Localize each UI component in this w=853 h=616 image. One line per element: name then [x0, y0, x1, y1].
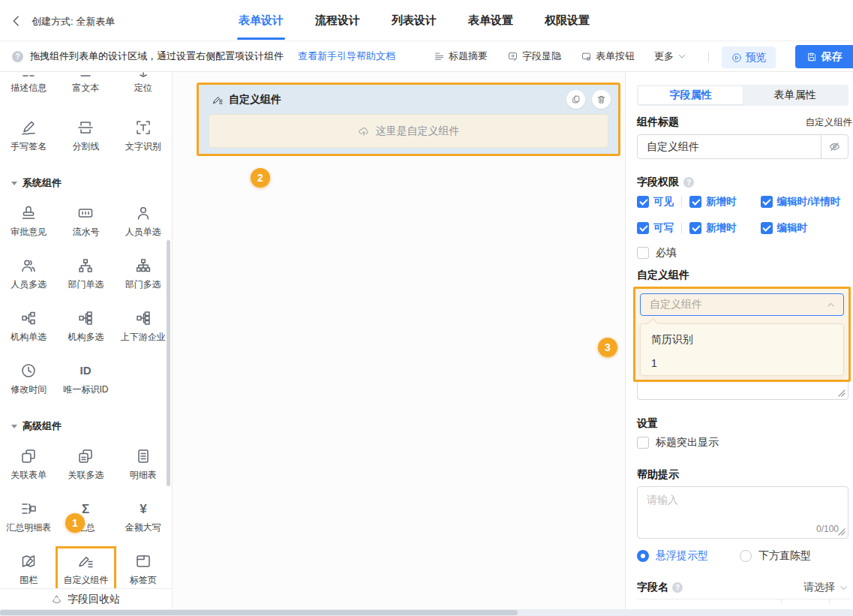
dropdown-option-简历识别[interactable]: 简历识别: [651, 333, 693, 347]
toolbar-hint-text: 拖拽组件到表单的设计区域，通过设置右侧配置项设计组件: [30, 50, 284, 63]
clock-icon: [20, 362, 38, 380]
radio-floating-tip[interactable]: 悬浮提示型: [637, 549, 708, 563]
palette-item-富文本[interactable]: 富文本: [57, 72, 114, 108]
palette-item-上下游企业[interactable]: 上下游企业: [115, 305, 172, 357]
palette-item-label: 机构单选: [11, 331, 47, 344]
recycle-label: 字段回收站: [68, 593, 120, 606]
property-tab-表单属性[interactable]: 表单属性: [743, 86, 847, 104]
horizontal-scrollbar-thumb[interactable]: [0, 610, 518, 615]
detail-table-icon: [134, 447, 152, 465]
back-icon[interactable]: [10, 14, 23, 28]
permission-编辑时/详情时[interactable]: 编辑时/详情时: [761, 195, 841, 209]
copy-icon: [571, 95, 581, 104]
radio-below-tip[interactable]: 下方直陈型: [740, 549, 811, 563]
tip-style-radios: 悬浮提示型 下方直陈型: [637, 549, 811, 563]
toolbar-item-更多[interactable]: 更多: [654, 50, 686, 63]
palette-item-修改时间[interactable]: 修改时间: [0, 357, 57, 410]
help-tip-textarea[interactable]: 请输入 0/100: [637, 486, 848, 539]
permission-新增时[interactable]: 新增时: [689, 195, 737, 209]
dropdown-option-1[interactable]: 1: [651, 357, 657, 369]
tab-列表设计[interactable]: 列表设计: [392, 0, 437, 41]
form-design-canvas[interactable]: 自定义组件 这里是自定义组件: [173, 72, 625, 609]
palette-item-机构多选[interactable]: 机构多选: [57, 305, 114, 357]
link-multi-icon: [77, 447, 95, 465]
question-icon: ?: [672, 582, 683, 593]
designer-toolbar: ? 拖拽组件到表单的设计区域，通过设置右侧配置项设计组件 查看新手引导帮助文档 …: [0, 41, 853, 72]
toolbar-separator: [708, 52, 709, 62]
palette-item-文字识别[interactable]: 文字识别: [115, 114, 172, 167]
palette-item-唯一标识ID[interactable]: ID唯一标识ID: [57, 357, 114, 410]
checkbox-checked-icon[interactable]: [761, 222, 773, 234]
palette-item-label: 分割线: [72, 140, 99, 153]
palette-item-label: 金额大写: [125, 521, 161, 534]
checkbox-checked-icon[interactable]: [761, 196, 773, 208]
resize-grip-icon[interactable]: [838, 389, 845, 397]
palette-scrollbar[interactable]: [167, 240, 170, 486]
palette-item-部门多选[interactable]: 部门多选: [115, 252, 172, 305]
palette-item-label: 关联表单: [11, 469, 47, 482]
checkbox-checked-icon[interactable]: [637, 222, 649, 234]
required-checkbox-row[interactable]: 必填: [637, 246, 677, 260]
custom-component-dropzone[interactable]: 这里是自定义组件: [209, 114, 608, 148]
component-title-hint: 自定义组件: [806, 116, 853, 129]
component-title-input[interactable]: 自定义组件: [637, 134, 848, 159]
highlight-title-checkbox[interactable]: [637, 437, 649, 449]
preview-button[interactable]: 预览: [722, 47, 776, 68]
palette-item-定位[interactable]: 定位: [115, 72, 172, 108]
component-title-label: 组件标题: [637, 116, 679, 129]
delete-button[interactable]: [592, 90, 611, 109]
permission-编辑时[interactable]: 编辑时: [761, 221, 808, 235]
checkbox-checked-icon[interactable]: [637, 196, 649, 208]
palette-group-高级组件[interactable]: 高级组件: [0, 410, 172, 443]
palette-item-机构单选[interactable]: 机构单选: [0, 305, 57, 357]
checkbox-checked-icon[interactable]: [689, 222, 701, 234]
required-checkbox[interactable]: [637, 247, 649, 259]
tab-流程设计[interactable]: 流程设计: [315, 0, 360, 41]
toolbar-item-字段显隐[interactable]: 字段显隐: [507, 50, 561, 63]
property-tab-字段属性[interactable]: 字段属性: [638, 86, 743, 104]
id-icon: ID: [77, 362, 95, 380]
palette-item-关联多选[interactable]: 关联多选: [57, 443, 114, 495]
checkbox-checked-icon[interactable]: [689, 196, 701, 208]
field-recycle-bin[interactable]: 字段回收站: [0, 588, 171, 609]
tab-权限设置[interactable]: 权限设置: [545, 0, 590, 41]
help-tip-section-label: 帮助提示: [637, 468, 679, 482]
custom-component-card[interactable]: 自定义组件 这里是自定义组件: [197, 83, 620, 156]
tab-表单设计[interactable]: 表单设计: [239, 0, 284, 41]
preview-label: 预览: [746, 51, 767, 65]
guide-help-link[interactable]: 查看新手引导帮助文档: [298, 50, 395, 63]
toolbar-item-标题摘要[interactable]: 标题摘要: [434, 50, 488, 63]
resize-grip-icon[interactable]: [838, 528, 845, 536]
component-title-value: 自定义组件: [638, 135, 821, 158]
title-visibility-toggle[interactable]: [821, 135, 848, 158]
highlight-title-row[interactable]: 标题突出显示: [637, 436, 719, 449]
palette-item-金额大写[interactable]: ¥金额大写: [115, 495, 172, 548]
permission-可写[interactable]: 可写: [637, 221, 674, 235]
toolbar-item-表单按钮[interactable]: 表单按钮: [581, 50, 635, 63]
permission-新增时[interactable]: 新增时: [689, 221, 737, 235]
palette-item-人员单选[interactable]: 人员单选: [115, 200, 172, 252]
palette-item-人员多选[interactable]: 人员多选: [0, 252, 57, 305]
palette-item-描述信息[interactable]: 描述信息: [0, 72, 57, 108]
palette-item-关联表单[interactable]: 关联表单: [0, 443, 57, 495]
palette-item-label: 审批意见: [11, 226, 47, 239]
chevron-down-icon: [677, 52, 686, 61]
palette-group-系统组件[interactable]: 系统组件: [0, 167, 172, 200]
palette-item-流水号[interactable]: 流水号: [57, 200, 114, 252]
palette-item-手写签名[interactable]: 手写签名: [0, 114, 57, 167]
palette-item-审批意见[interactable]: 审批意见: [0, 200, 57, 252]
palette-item-汇总明细表[interactable]: 汇总明细表: [0, 495, 57, 548]
custom-component-select[interactable]: 自定义组件: [640, 293, 844, 316]
palette-item-部门单选[interactable]: 部门单选: [57, 252, 114, 305]
chevron-up-icon: [826, 300, 836, 310]
copy-button[interactable]: [566, 90, 585, 109]
save-button[interactable]: 保存: [795, 45, 853, 68]
palette-item-分割线[interactable]: 分割线: [57, 114, 114, 167]
save-label: 保存: [821, 50, 842, 64]
tab-表单设置[interactable]: 表单设置: [468, 0, 513, 41]
org-multi-icon: [77, 309, 95, 327]
palette-item-明细表[interactable]: 明细表: [115, 443, 172, 495]
permission-可见[interactable]: 可见: [637, 195, 674, 209]
field-name-select[interactable]: 请选择: [803, 581, 848, 594]
radio-off-icon: [740, 550, 752, 562]
